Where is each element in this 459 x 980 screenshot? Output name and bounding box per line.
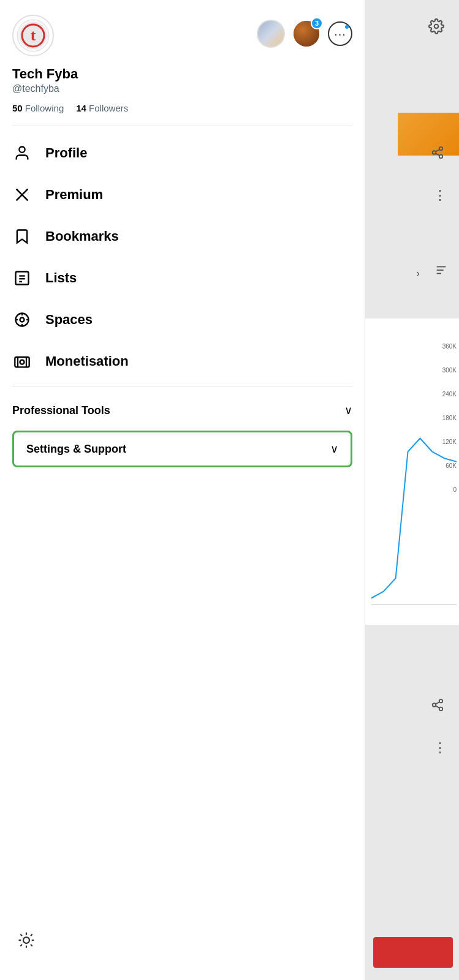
list-icon (12, 268, 32, 288)
svg-point-11 (433, 703, 436, 707)
followers-stat[interactable]: 14 Followers (76, 103, 128, 113)
svg-line-5 (436, 149, 439, 152)
notification-badge: 3 (311, 17, 323, 29)
bookmark-icon (12, 227, 32, 246)
nav-item-monetisation[interactable]: Monetisation (0, 341, 365, 382)
bookmarks-label: Bookmarks (45, 228, 119, 244)
professional-tools-section: Professional Tools ∨ Settings & Support … (0, 390, 365, 467)
avatar-with-badge[interactable]: 3 (292, 20, 321, 48)
premium-label: Premium (45, 187, 103, 203)
professional-tools-label: Professional Tools (12, 404, 110, 417)
bg-gear-icon[interactable] (428, 18, 444, 34)
bg-more2-icon[interactable]: ⋮ (433, 740, 447, 756)
spaces-icon (12, 310, 32, 330)
svg-text:t: t (31, 26, 36, 44)
bg-share-icon[interactable] (431, 146, 444, 159)
follow-stats: 50 Following 14 Followers (12, 103, 352, 113)
bg-bottom-red (373, 937, 453, 968)
svg-line-42 (31, 934, 32, 936)
svg-line-39 (20, 934, 22, 936)
bg-arrow-icon[interactable]: › (416, 267, 420, 280)
money-icon (12, 352, 32, 371)
background-panel: ⋮ › 360K 300K 240K 180K 120K 60K 0 ⋮ (365, 0, 459, 980)
svg-point-31 (20, 360, 25, 364)
svg-point-19 (19, 147, 25, 153)
bg-more-icon[interactable]: ⋮ (433, 187, 447, 203)
svg-line-13 (436, 706, 439, 708)
following-stat[interactable]: 50 Following (12, 103, 64, 113)
settings-support-item[interactable]: Settings & Support ∨ (12, 431, 352, 467)
professional-tools-item[interactable]: Professional Tools ∨ (12, 390, 352, 431)
nav-item-spaces[interactable]: Spaces (0, 299, 365, 341)
svg-line-14 (436, 702, 439, 704)
nav-item-bookmarks[interactable]: Bookmarks (0, 216, 365, 257)
username: @techfyba (12, 83, 352, 94)
theme-toggle-button[interactable] (17, 931, 36, 949)
person-icon (12, 143, 32, 163)
svg-point-1 (439, 147, 443, 151)
svg-point-25 (20, 318, 25, 322)
nav-menu: Profile Premium Bookmarks (0, 126, 365, 980)
user-info: Tech Fyba @techfyba 50 Following 14 Foll… (0, 56, 365, 113)
header-right: 3 ··· (257, 20, 352, 48)
bg-share2-icon[interactable] (431, 698, 444, 712)
bg-orange-strip (398, 113, 459, 156)
story-bubble[interactable] (257, 20, 285, 48)
three-dots-icon: ··· (334, 28, 346, 40)
bg-filter-icon[interactable] (434, 263, 448, 277)
display-name: Tech Fyba (12, 66, 352, 82)
logo-avatar[interactable]: t (12, 15, 54, 56)
info-icon[interactable]: ··· (328, 21, 352, 46)
nav-item-premium[interactable]: Premium (0, 174, 365, 216)
profile-label: Profile (45, 145, 87, 161)
monetisation-label: Monetisation (45, 353, 129, 369)
lists-label: Lists (45, 270, 77, 286)
notification-dot (345, 25, 349, 29)
x-icon (12, 185, 32, 205)
middle-divider (12, 386, 352, 386)
svg-line-41 (20, 944, 22, 946)
svg-point-10 (439, 699, 443, 703)
header: t 3 ··· (0, 0, 365, 56)
nav-item-profile[interactable]: Profile (0, 132, 365, 174)
svg-line-4 (436, 153, 439, 156)
svg-line-40 (31, 944, 32, 946)
professional-tools-chevron: ∨ (344, 404, 352, 417)
settings-support-chevron: ∨ (330, 442, 338, 456)
svg-point-12 (439, 707, 443, 711)
settings-support-label: Settings & Support (26, 443, 126, 456)
nav-item-lists[interactable]: Lists (0, 257, 365, 299)
spaces-label: Spaces (45, 312, 93, 328)
svg-point-3 (439, 155, 443, 158)
svg-point-34 (23, 937, 29, 943)
svg-point-0 (434, 24, 439, 29)
svg-point-2 (433, 151, 436, 154)
nav-drawer: t 3 ··· Tech Fyba @techfyba (0, 0, 365, 980)
bg-chart-area: 360K 300K 240K 180K 120K 60K 0 (365, 318, 459, 625)
